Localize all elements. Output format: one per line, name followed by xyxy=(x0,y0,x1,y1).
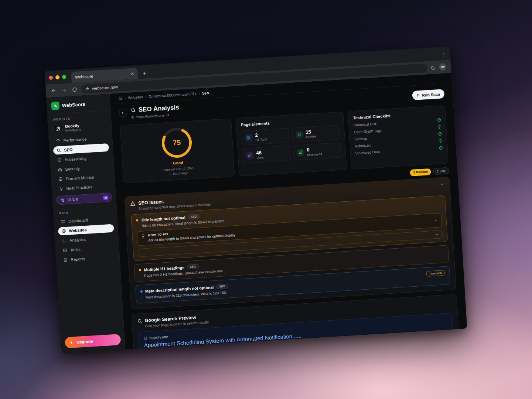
issue-tag: SEO xyxy=(187,264,199,269)
external-link-icon xyxy=(143,336,147,340)
browser-window: Webscore ✕ + ⋮ webscore.now RP xyxy=(44,46,467,354)
breadcrumb-site-id[interactable]: Cmlardewc0000mtutvqiru07x xyxy=(149,92,197,99)
score-ring: 75 xyxy=(160,126,194,160)
checklist-label: Open Graph Tags xyxy=(354,129,382,134)
low-severity-badge: 1 Low xyxy=(433,167,449,175)
check-circle-icon xyxy=(438,132,442,136)
checklist-label: Robots.txt xyxy=(355,143,371,148)
profile-avatar[interactable]: RP xyxy=(439,63,447,71)
sidebar-item-label: Websites xyxy=(69,228,87,233)
issue-title: Multiple H1 headings xyxy=(144,265,185,272)
sidebar-item-label: Domain Metrics xyxy=(66,175,94,181)
sidebar-item-best-practices[interactable]: Best Practices xyxy=(55,182,112,193)
app-name: WebScore xyxy=(62,101,85,108)
check-circle-icon xyxy=(437,125,442,129)
sidebar-item-label: Tasks xyxy=(70,247,81,252)
link-icon xyxy=(246,152,253,159)
minimize-window-button[interactable] xyxy=(55,75,60,79)
seo-issues-card: SEO Issues 3 issues found that may affec… xyxy=(124,177,456,310)
new-tab-button[interactable]: + xyxy=(140,68,149,78)
sidebar-item-label: SEO xyxy=(64,147,73,152)
sidebar-item-label: Reports xyxy=(71,256,85,262)
serp-site-url: bookify.one xyxy=(149,335,168,340)
app-shell: WebScore WEBSITE ℬ Bookify bookify.one P… xyxy=(46,73,467,353)
tab-title: Webscore xyxy=(75,74,93,79)
home-icon[interactable] xyxy=(118,96,123,100)
issue-tag: SEO xyxy=(188,214,200,219)
checklist-label: Sitemap xyxy=(354,136,367,141)
image-off-icon xyxy=(297,149,304,156)
breadcrumb-websites[interactable]: Websites xyxy=(128,95,143,100)
search-icon xyxy=(131,108,136,113)
check-circle-icon xyxy=(439,146,443,150)
score-value: 75 xyxy=(160,126,194,160)
tile-links: 46 Links xyxy=(242,146,291,163)
check-circle-icon xyxy=(438,139,443,143)
close-window-button[interactable] xyxy=(49,75,53,80)
main-panel: › Websites › Cmlardewc0000mtutvqiru07x ›… xyxy=(110,73,467,349)
run-scan-button[interactable]: Run Scan xyxy=(412,89,445,100)
reload-icon[interactable] xyxy=(71,86,78,93)
score-scanned-date: Scanned Feb 10, 2026 xyxy=(163,166,194,172)
sidebar-item-label: UI/UX xyxy=(67,197,78,202)
search-icon xyxy=(137,318,142,324)
upgrade-label: Upgrade xyxy=(76,339,93,344)
badge-check-icon xyxy=(57,158,62,163)
back-icon[interactable] xyxy=(50,87,57,94)
tab-close-icon[interactable]: ✕ xyxy=(130,71,134,76)
search-icon xyxy=(57,148,61,153)
check-square-icon xyxy=(62,248,67,253)
globe-icon xyxy=(58,177,63,182)
window-controls xyxy=(48,70,66,84)
medium-severity-badge: 2 Medium xyxy=(410,168,431,176)
checklist-label: Structured Data xyxy=(355,150,380,155)
seo-score-card: 75 Good Scanned Feb 10, 2026 — No change xyxy=(120,118,235,183)
webscore-logo-icon xyxy=(51,102,59,110)
external-link-icon[interactable] xyxy=(166,113,169,116)
bolt-icon xyxy=(69,340,74,345)
tile-label: H1 Tags xyxy=(255,137,267,142)
sidebar-item-uiux[interactable]: UI/UX AI xyxy=(56,192,112,205)
chevron-right-icon: › xyxy=(125,96,126,100)
ai-badge: AI xyxy=(103,195,108,200)
chevron-up-icon[interactable] xyxy=(440,182,444,187)
sidebar-item-label: Best Practices xyxy=(66,185,92,191)
lightbulb-icon xyxy=(59,186,64,191)
page-elements-card: Page Elements 2 H1 Tags xyxy=(236,112,347,177)
browser-menu-icon[interactable]: ⋮ xyxy=(441,52,447,57)
url-text: webscore.now xyxy=(92,85,118,91)
page-url[interactable]: https://bookify.one xyxy=(136,113,165,119)
tile-missing-alt: 0 Missing Alt xyxy=(293,143,341,160)
tile-label: Links xyxy=(256,156,264,160)
tile-images: 15 Images xyxy=(292,125,340,143)
tile-h1-tags: 2 H1 Tags xyxy=(241,128,290,146)
dark-mode-icon[interactable] xyxy=(431,65,436,70)
tile-label: Missing Alt xyxy=(307,152,322,156)
maximize-window-button[interactable] xyxy=(62,75,66,79)
severity-dot-medium xyxy=(139,269,141,271)
toolbar-right: RP xyxy=(431,63,447,72)
lock-icon xyxy=(58,167,62,172)
severity-dot-low xyxy=(140,290,143,292)
lock-icon xyxy=(86,87,90,91)
globe-icon xyxy=(61,229,66,233)
score-change: — No change xyxy=(169,171,188,176)
chevron-right-icon: › xyxy=(198,91,200,95)
issue-tag: SEO xyxy=(216,284,228,289)
technical-checklist-card: Technical Checklist Canonical URL Open G… xyxy=(348,105,449,170)
content-area: SEO Analysis https://bookify.one Run Sca… xyxy=(110,83,467,349)
forward-icon[interactable] xyxy=(61,86,68,93)
chevron-down-icon[interactable] xyxy=(433,218,438,223)
image-icon xyxy=(296,131,303,138)
site-logo: ℬ xyxy=(53,124,62,133)
back-button[interactable] xyxy=(119,109,127,117)
app-logo-row[interactable]: WebScore xyxy=(50,98,107,114)
chevron-down-icon xyxy=(435,232,440,237)
play-icon xyxy=(416,93,420,97)
sparkles-icon xyxy=(60,198,65,202)
main-section-label: MAIN xyxy=(58,208,111,215)
tile-label: Images xyxy=(306,134,316,139)
chevron-right-icon: › xyxy=(145,95,147,99)
site-domain: bookify.one xyxy=(65,128,81,133)
sidebar-item-label: Analytics xyxy=(69,237,86,243)
